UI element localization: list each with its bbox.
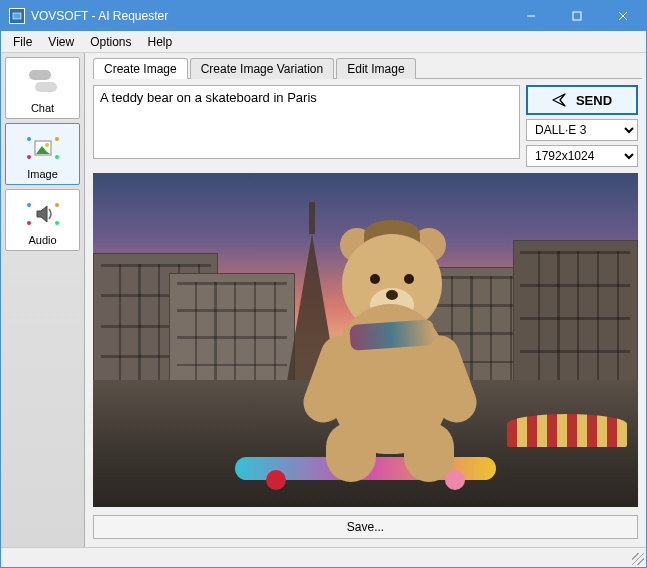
model-select[interactable]: DALL·E 3	[526, 119, 638, 141]
tab-create-variation[interactable]: Create Image Variation	[190, 58, 335, 79]
app-icon	[9, 8, 25, 24]
svg-rect-0	[13, 13, 21, 19]
svg-point-10	[55, 155, 59, 159]
svg-rect-5	[29, 70, 51, 80]
send-button[interactable]: SEND	[526, 85, 638, 115]
prompt-input[interactable]: A teddy bear on a skateboard in Paris	[93, 85, 520, 159]
sidebar-audio-button[interactable]: Audio	[5, 189, 80, 251]
svg-marker-18	[37, 206, 47, 222]
svg-point-8	[55, 137, 59, 141]
minimize-button[interactable]	[508, 1, 554, 31]
sidebar-chat-button[interactable]: Chat	[5, 57, 80, 119]
maximize-button[interactable]	[554, 1, 600, 31]
svg-rect-6	[35, 82, 57, 92]
svg-point-17	[55, 221, 59, 225]
menu-help[interactable]: Help	[140, 33, 181, 51]
svg-rect-2	[573, 12, 581, 20]
sidebar-chat-label: Chat	[31, 102, 54, 114]
menu-view[interactable]: View	[40, 33, 82, 51]
tab-bar: Create Image Create Image Variation Edit…	[85, 53, 646, 78]
chat-icon	[21, 64, 65, 100]
tab-create-image[interactable]: Create Image	[93, 58, 188, 79]
sidebar-image-button[interactable]: Image	[5, 123, 80, 185]
image-icon	[21, 130, 65, 166]
svg-point-7	[27, 137, 31, 141]
status-bar	[1, 547, 646, 567]
svg-point-16	[27, 221, 31, 225]
menu-options[interactable]: Options	[82, 33, 139, 51]
send-label: SEND	[576, 93, 612, 108]
generated-image	[93, 173, 638, 507]
svg-point-15	[55, 203, 59, 207]
svg-point-14	[27, 203, 31, 207]
save-button[interactable]: Save...	[93, 515, 638, 539]
window-title: VOVSOFT - AI Requester	[31, 9, 508, 23]
menu-file[interactable]: File	[5, 33, 40, 51]
title-bar: VOVSOFT - AI Requester	[1, 1, 646, 31]
menu-bar: File View Options Help	[1, 31, 646, 53]
svg-point-13	[45, 143, 49, 147]
audio-icon	[21, 196, 65, 232]
close-button[interactable]	[600, 1, 646, 31]
sidebar: Chat Image	[1, 53, 85, 547]
size-select[interactable]: 1792x1024	[526, 145, 638, 167]
sidebar-audio-label: Audio	[28, 234, 56, 246]
tab-edit-image[interactable]: Edit Image	[336, 58, 415, 79]
sidebar-image-label: Image	[27, 168, 58, 180]
svg-point-9	[27, 155, 31, 159]
send-icon	[552, 93, 566, 107]
